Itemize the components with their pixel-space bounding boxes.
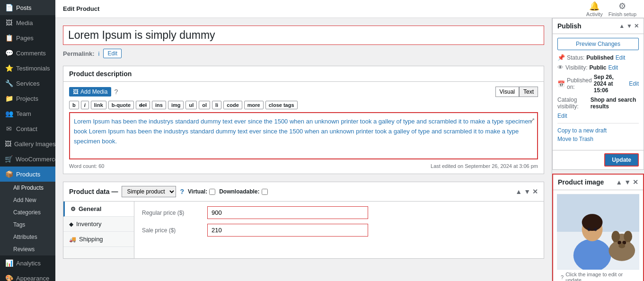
- activity-button[interactable]: 🔔 Activity: [586, 1, 603, 17]
- sidebar-label-gallery: Gallery Images: [14, 140, 55, 148]
- toolbar-bold[interactable]: b: [69, 101, 79, 109]
- product-title-input[interactable]: [63, 26, 544, 45]
- gallery-icon: 🖼: [5, 140, 11, 148]
- toolbar-ol[interactable]: ol: [199, 101, 210, 109]
- sidebar-item-analytics[interactable]: 📊 Analytics: [0, 255, 55, 271]
- editor-mode-tabs: Visual Text: [495, 87, 538, 97]
- visual-tab[interactable]: Visual: [495, 87, 519, 97]
- status-edit-link[interactable]: Edit: [616, 54, 626, 61]
- product-data-close-icon[interactable]: ✕: [532, 188, 538, 195]
- downloadable-checkbox[interactable]: [262, 189, 268, 195]
- visibility-edit-link[interactable]: Edit: [608, 64, 618, 71]
- toolbar-ul[interactable]: ul: [185, 101, 197, 109]
- copy-draft-link[interactable]: Copy to a new draft: [557, 127, 639, 134]
- published-edit-link[interactable]: Edit: [629, 80, 639, 87]
- posts-icon: 📄: [5, 4, 13, 11]
- image-help-icon[interactable]: ?: [561, 274, 564, 280]
- tab-inventory[interactable]: ◆ Inventory: [63, 217, 134, 232]
- editor-content[interactable]: Lorem Ipsum has been the industrys stand…: [69, 112, 538, 159]
- toolbar-img[interactable]: img: [168, 101, 184, 109]
- sidebar-item-appearance[interactable]: 🎨 Appearance: [0, 271, 55, 281]
- sidebar-item-contact[interactable]: ✉ Contact: [0, 121, 55, 136]
- publish-links: Copy to a new draft Move to Trash: [557, 127, 639, 142]
- sidebar-label-analytics: Analytics: [16, 260, 41, 267]
- product-data-up-icon[interactable]: ▲: [515, 188, 522, 195]
- permalink-url[interactable]: i: [98, 50, 99, 57]
- toolbar-code[interactable]: code: [223, 101, 242, 109]
- sidebar-item-posts[interactable]: 📄 Posts: [0, 0, 55, 15]
- sidebar-item-team[interactable]: 👥 Team: [0, 106, 55, 121]
- submenu-add-new[interactable]: Add New: [0, 194, 55, 206]
- regular-price-label: Regular price ($): [142, 210, 203, 216]
- submenu-attributes[interactable]: Attributes: [0, 231, 55, 243]
- sidebar-item-pages[interactable]: 📋 Pages: [0, 30, 55, 45]
- sidebar-item-comments[interactable]: 💬 Comments: [0, 45, 55, 61]
- catalog-edit-link[interactable]: Edit: [557, 113, 639, 119]
- description-body: 🖼 Add Media ? Visual Text b i link: [63, 82, 544, 174]
- sidebar-label-testimonials: Testimonials: [16, 65, 50, 72]
- editor-toolbar-top: 🖼 Add Media ? Visual Text: [69, 87, 538, 97]
- product-image-placeholder[interactable]: [557, 194, 639, 270]
- sidebar-label-woocommerce: WooCommerce: [16, 156, 55, 163]
- sidebar-label-posts: Posts: [16, 4, 32, 11]
- submenu-categories[interactable]: Categories: [0, 206, 55, 219]
- pages-icon: 📋: [5, 34, 13, 42]
- sidebar-item-gallery[interactable]: 🖼 Gallery Images: [0, 136, 55, 151]
- permalink-row: Permalink: i Edit: [63, 49, 544, 58]
- virtual-checkbox[interactable]: [209, 189, 215, 195]
- tab-general[interactable]: ⚙ General: [63, 202, 134, 217]
- text-tab[interactable]: Text: [519, 87, 538, 97]
- toolbar-close-tags[interactable]: close tags: [265, 101, 298, 109]
- sidebar-item-products[interactable]: 📦 Products: [0, 167, 55, 182]
- submenu-reviews[interactable]: Reviews: [0, 243, 55, 255]
- permalink-edit-button[interactable]: Edit: [103, 49, 122, 58]
- fullscreen-icon[interactable]: ⤢: [529, 115, 535, 125]
- tab-shipping[interactable]: 🚚 Shipping: [63, 232, 134, 247]
- editor-format-toolbar: b i link b-quote del ins img ul ol li co…: [69, 101, 538, 109]
- product-data-box: Product data — Simple product ? Virtual:…: [63, 182, 544, 259]
- image-close-icon[interactable]: ✕: [633, 178, 638, 186]
- status-icon: 📌: [557, 54, 565, 61]
- regular-price-input[interactable]: [207, 206, 368, 219]
- sidebar-item-services[interactable]: 🔧 Services: [0, 76, 55, 91]
- publish-close-icon[interactable]: ✕: [634, 23, 639, 29]
- svg-point-4: [582, 214, 603, 231]
- sidebar-label-pages: Pages: [16, 35, 34, 42]
- toolbar-more[interactable]: more: [244, 101, 264, 109]
- product-type-select[interactable]: Simple product: [122, 186, 176, 197]
- image-down-icon[interactable]: ▼: [624, 178, 631, 186]
- finish-setup-button[interactable]: ⚙ Finish setup: [609, 1, 636, 17]
- sidebar-label-contact: Contact: [16, 125, 37, 132]
- image-up-icon[interactable]: ▲: [616, 178, 622, 186]
- sale-price-field: Sale price ($): [142, 224, 536, 237]
- publish-down-icon[interactable]: ▼: [626, 23, 632, 29]
- toolbar-italic[interactable]: i: [81, 101, 89, 109]
- svg-point-10: [624, 231, 632, 242]
- topbar-actions: 🔔 Activity ⚙ Finish setup: [586, 1, 636, 17]
- submenu-all-products[interactable]: All Products: [0, 182, 55, 194]
- last-edited: Last edited on September 26, 2024 at 3:0…: [431, 163, 538, 169]
- product-data-help-icon[interactable]: ?: [180, 188, 184, 195]
- sidebar-item-woocommerce[interactable]: 🛒 WooCommerce: [0, 151, 55, 167]
- submenu-tags[interactable]: Tags: [0, 219, 55, 231]
- toolbar-ins[interactable]: ins: [152, 101, 166, 109]
- move-trash-link[interactable]: Move to Trash: [557, 136, 639, 142]
- topbar: Edit Product 🔔 Activity ⚙ Finish setup: [55, 0, 644, 18]
- product-data-down-icon[interactable]: ▼: [524, 188, 530, 195]
- toolbar-link[interactable]: link: [91, 101, 106, 109]
- toolbar-li[interactable]: li: [212, 101, 221, 109]
- preview-button[interactable]: Preview Changes: [557, 38, 639, 50]
- sidebar: 📄 Posts 🖼 Media 📋 Pages 💬 Comments ⭐ Tes…: [0, 0, 55, 281]
- sidebar-item-media[interactable]: 🖼 Media: [0, 15, 55, 30]
- update-button[interactable]: Update: [604, 153, 639, 167]
- image-header-controls: ▲ ▼ ✕: [616, 178, 638, 186]
- sale-price-input[interactable]: [207, 224, 368, 237]
- product-image-header: Product image ▲ ▼ ✕: [553, 175, 643, 190]
- add-media-button[interactable]: 🖼 Add Media: [69, 87, 111, 97]
- publish-up-icon[interactable]: ▲: [619, 23, 625, 29]
- toolbar-del[interactable]: del: [136, 101, 150, 109]
- sidebar-item-testimonials[interactable]: ⭐ Testimonials: [0, 61, 55, 76]
- sidebar-item-projects[interactable]: 📁 Projects: [0, 91, 55, 106]
- toolbar-bquote[interactable]: b-quote: [108, 101, 134, 109]
- help-icon[interactable]: ?: [114, 88, 118, 96]
